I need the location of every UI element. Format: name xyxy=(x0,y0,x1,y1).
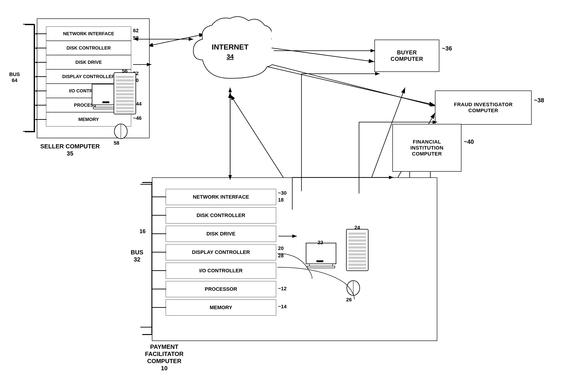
pf-keyboard-ref24: 24 xyxy=(354,225,360,231)
svg-rect-39 xyxy=(102,101,109,103)
svg-rect-78 xyxy=(349,254,366,255)
svg-rect-72 xyxy=(349,233,366,234)
svg-text:INTERNET: INTERNET xyxy=(212,43,249,51)
internet-cloud: INTERNET 34 xyxy=(189,14,272,88)
svg-rect-80 xyxy=(349,260,366,262)
pf-bus-line xyxy=(151,182,152,334)
svg-rect-46 xyxy=(116,93,134,95)
seller-line-dc xyxy=(34,48,46,48)
pf-fraud-arrow xyxy=(357,104,440,196)
pf-bus-bottom xyxy=(142,334,152,335)
svg-rect-41 xyxy=(116,76,134,78)
fraud-investigator-box: FRAUD INVESTIGATORCOMPUTER xyxy=(435,90,532,125)
diagram: NETWORK INTERFACE 62 50 DISK CONTROLLER … xyxy=(0,0,588,376)
pf-processor: PROCESSOR xyxy=(166,281,276,297)
pf-diskdrive-arrow xyxy=(276,232,299,241)
svg-rect-73 xyxy=(349,236,366,238)
seller-computer-label: SELLER COMPUTER35 xyxy=(40,143,100,157)
seller-disk-drive: DISK DRIVE xyxy=(46,55,131,69)
svg-rect-45 xyxy=(116,90,134,92)
pf-display-controller: DISPLAY CONTROLLER xyxy=(166,244,276,260)
seller-mouse-ref58: 58 xyxy=(114,140,119,146)
svg-rect-77 xyxy=(349,250,366,252)
seller-bus-line xyxy=(34,24,35,131)
pf-disk-controller: DISK CONTROLLER xyxy=(166,207,276,223)
seller-disk-controller: DISK CONTROLLER xyxy=(46,41,131,55)
seller-line-proc xyxy=(34,105,46,106)
pf-network-ref18: 18 xyxy=(278,197,284,203)
pf-line-io xyxy=(151,270,166,271)
pf-keyboard-line xyxy=(276,265,359,302)
pf-line-proc xyxy=(151,289,166,289)
svg-rect-44 xyxy=(116,86,134,88)
internet-pf-arrow xyxy=(223,85,237,182)
pf-computer-label: PAYMENTFACILITATORCOMPUTER10 xyxy=(145,343,184,372)
pf-line-disp xyxy=(151,252,166,253)
pf-network-ref30: ~30 xyxy=(278,190,286,196)
pf-disk-drive: DISK DRIVE xyxy=(166,226,276,242)
pf-line-ni xyxy=(151,197,166,197)
fraud-ref: ~38 xyxy=(534,97,544,104)
svg-rect-48 xyxy=(116,100,134,102)
pf-line-dc xyxy=(151,215,166,216)
svg-rect-51 xyxy=(116,111,134,112)
pf-bus-top xyxy=(142,182,152,183)
svg-rect-75 xyxy=(349,243,366,245)
svg-rect-47 xyxy=(116,97,134,99)
seller-line-disp xyxy=(34,76,46,77)
seller-line-ni xyxy=(34,33,46,34)
pf-line-mem xyxy=(151,307,166,308)
seller-keyboard-ref56: 56 xyxy=(122,68,127,74)
pf-memory: MEMORY xyxy=(166,299,276,316)
financial-ref: ~40 xyxy=(464,138,474,145)
pf-bus-ref16: 16 xyxy=(139,228,146,234)
pf-memory-ref: ~14 xyxy=(278,304,286,310)
seller-bus-top xyxy=(25,24,35,25)
seller-bus-label: BUS 64 xyxy=(9,71,20,83)
seller-line-io xyxy=(34,90,46,91)
seller-keyboard xyxy=(113,71,140,122)
seller-diskdrive-arrow xyxy=(131,60,154,69)
pf-monitor-ref22: 22 xyxy=(318,240,323,246)
pf-display-ref20: 20 xyxy=(278,245,284,251)
svg-rect-79 xyxy=(349,257,366,259)
pf-bus-label: BUS32 xyxy=(131,249,143,263)
pf-line-dd xyxy=(151,233,166,234)
svg-rect-50 xyxy=(116,107,134,109)
pf-io-controller: I/O CONTROLLER xyxy=(166,263,276,279)
svg-rect-76 xyxy=(349,246,366,248)
svg-text:34: 34 xyxy=(226,53,234,60)
seller-line-dd xyxy=(34,62,46,63)
seller-network-interface: NETWORK INTERFACE xyxy=(46,26,131,41)
svg-rect-42 xyxy=(116,79,134,81)
seller-line-mem xyxy=(34,119,46,120)
pf-network-interface: NETWORK INTERFACE xyxy=(166,189,276,205)
seller-bus-bottom xyxy=(25,131,35,132)
svg-rect-74 xyxy=(349,240,366,242)
buyer-ref: ~36 xyxy=(442,45,452,52)
svg-rect-43 xyxy=(116,83,134,85)
seller-internet-arrow xyxy=(131,30,196,48)
seller-mouse xyxy=(113,123,129,139)
svg-rect-49 xyxy=(116,104,134,106)
